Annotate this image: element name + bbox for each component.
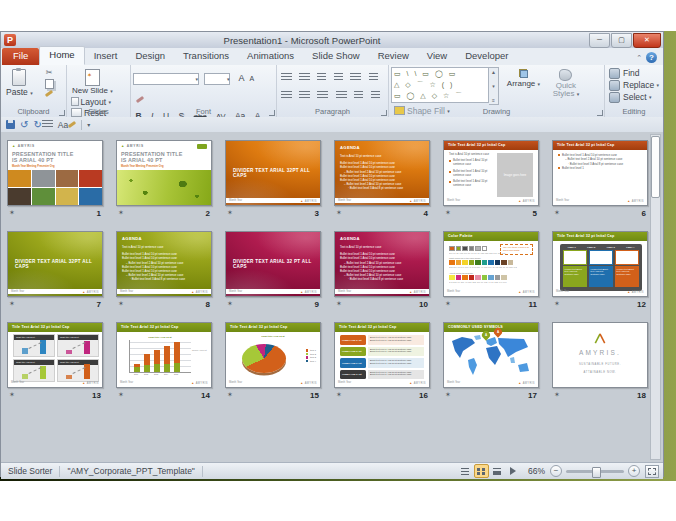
minimize-ribbon-icon[interactable]: ⌃ [636, 54, 642, 62]
maximize-button[interactable]: ▢ [611, 33, 632, 48]
close-button[interactable]: ✕ [633, 33, 661, 48]
transition-star-icon[interactable]: ✶ [554, 209, 560, 217]
tab-home[interactable]: Home [39, 46, 84, 65]
find-button[interactable]: Find [607, 67, 661, 79]
reading-view-button[interactable] [490, 464, 505, 478]
align-left-icon[interactable] [281, 91, 292, 100]
transition-star-icon[interactable]: ✶ [445, 209, 451, 217]
transition-star-icon[interactable]: ✶ [336, 209, 342, 217]
increase-indent-icon[interactable] [334, 73, 343, 82]
paragraph-dialog-launcher[interactable] [381, 110, 387, 116]
undo-button[interactable]: ↺ [20, 120, 28, 130]
paste-button[interactable]: Paste ▾ [3, 67, 36, 98]
quick-format-painter-button[interactable] [68, 121, 76, 128]
quick-styles-button[interactable]: Quick Styles ▾ [548, 67, 584, 100]
tab-animations[interactable]: Animations [238, 48, 303, 65]
shrink-font-button[interactable]: A [247, 73, 257, 85]
decrease-indent-icon[interactable] [317, 73, 326, 82]
align-center-icon[interactable] [299, 91, 310, 100]
slide-thumbnail[interactable]: Title Text Arial 32 pt Inital Cap Text i… [443, 140, 539, 206]
slide-show-from-start-button[interactable] [42, 120, 53, 129]
tab-slide-show[interactable]: Slide Show [303, 48, 369, 65]
slide-sorter-view-button[interactable] [474, 464, 489, 478]
font-size-select[interactable]: ▾ [204, 73, 230, 85]
tab-file[interactable]: File [2, 48, 39, 65]
transition-star-icon[interactable]: ✶ [445, 391, 451, 399]
slide-thumbnail[interactable]: Color Palette 210 96 26 138 166 30 77 77… [443, 231, 539, 297]
transition-star-icon[interactable]: ✶ [336, 391, 342, 399]
transition-star-icon[interactable]: ✶ [227, 391, 233, 399]
help-button[interactable]: ? [646, 52, 657, 63]
transition-star-icon[interactable]: ✶ [554, 300, 560, 308]
redo-button[interactable]: ↻ [33, 120, 41, 130]
shapes-gallery[interactable]: ▭ \ \ ▭ ◯ ▭ △ ◇ ⌒ ☆ ( ) ▭ ◯ △ ◇ ☆ ⌒ [391, 67, 489, 103]
clipboard-dialog-launcher[interactable] [59, 110, 65, 116]
font-dialog-launcher[interactable] [269, 110, 275, 116]
tab-developer[interactable]: Developer [456, 48, 517, 65]
shapes-gallery-scroll[interactable]: ▲▾≡ [489, 67, 499, 105]
slide-thumbnail[interactable]: Title Text Arial 32 pt Inital Cap Chart … [116, 322, 212, 388]
zoom-slider[interactable] [566, 470, 624, 473]
slide-thumbnail[interactable]: Title Text Arial 32 pt Inital Cap Chart … [7, 322, 103, 388]
transition-star-icon[interactable]: ✶ [118, 209, 124, 217]
transition-star-icon[interactable]: ✶ [227, 209, 233, 217]
slide-thumbnail[interactable]: ▲ AMYRIS PRESENTATION TITLEIS ARIAL 40 P… [7, 140, 103, 206]
new-slide-button[interactable]: New Slide ▾ [69, 67, 116, 96]
tab-transitions[interactable]: Transitions [174, 48, 238, 65]
clear-formatting-button[interactable] [133, 92, 146, 104]
transition-star-icon[interactable]: ✶ [554, 391, 560, 399]
smartart-icon[interactable] [371, 91, 380, 100]
arrange-button[interactable]: Arrange ▾ [503, 67, 543, 89]
select-button[interactable]: Select ▾ [607, 91, 661, 103]
transition-star-icon[interactable]: ✶ [9, 391, 15, 399]
justify-icon[interactable] [336, 91, 347, 100]
scrollbar-thumb[interactable] [651, 136, 660, 198]
zoom-level[interactable]: 66% [528, 466, 545, 476]
slide-thumbnail[interactable]: DIVIDER TEXT ARIAL 32 PT ALL CAPSMonth Y… [225, 231, 321, 297]
transition-star-icon[interactable]: ✶ [445, 300, 451, 308]
slide-thumbnail[interactable]: AGENDA Text is Arial 10 pt sentence case… [334, 231, 430, 297]
tab-design[interactable]: Design [126, 48, 174, 65]
slide-thumbnail[interactable]: DIVIDER TEXT ARIAL 32PT ALL CAPSMonth Ye… [225, 140, 321, 206]
slide-thumbnail[interactable]: Title Text Arial 32 pt Inital Cap Chart … [225, 322, 321, 388]
fit-to-window-button[interactable] [645, 465, 659, 478]
transition-star-icon[interactable]: ✶ [227, 300, 233, 308]
transition-star-icon[interactable]: ✶ [9, 209, 15, 217]
slide-thumbnail[interactable]: Title Text Arial 32 pt Inital Cap Label … [552, 231, 648, 297]
zoom-out-button[interactable]: − [550, 465, 562, 477]
powerpoint-app-icon[interactable]: P [4, 34, 16, 46]
numbering-icon[interactable] [299, 73, 310, 82]
transition-star-icon[interactable]: ✶ [118, 300, 124, 308]
font-tools-button[interactable]: Aa [58, 120, 68, 130]
text-direction-icon[interactable] [369, 73, 378, 82]
columns-icon[interactable] [354, 91, 363, 100]
drawing-dialog-launcher[interactable] [597, 110, 603, 116]
title-bar[interactable]: P Presentation1 - Microsoft PowerPoint ─… [1, 32, 663, 48]
transition-star-icon[interactable]: ✶ [9, 300, 15, 308]
transition-star-icon[interactable]: ✶ [118, 391, 124, 399]
tab-insert[interactable]: Insert [85, 48, 127, 65]
slide-thumbnail[interactable]: AMYRIS. SUSTAINABLE FUTURE. ATTAINABLE N… [552, 322, 648, 388]
line-spacing-icon[interactable] [350, 73, 361, 82]
tab-view[interactable]: View [418, 48, 456, 65]
align-right-icon[interactable] [317, 91, 328, 100]
grow-font-button[interactable]: A [236, 72, 247, 84]
save-button[interactable] [6, 120, 15, 129]
minimize-button[interactable]: ─ [589, 33, 610, 48]
normal-view-button[interactable] [458, 464, 473, 478]
transition-star-icon[interactable]: ✶ [336, 300, 342, 308]
font-family-select[interactable]: ▾ [133, 73, 199, 85]
slide-thumbnail[interactable]: AGENDA Text is Arial 10 pt sentence case… [116, 231, 212, 297]
replace-button[interactable]: Replace ▾ [607, 79, 661, 91]
format-painter-button[interactable] [42, 89, 56, 100]
qat-customize-dropdown[interactable]: ▾ [87, 121, 90, 128]
slide-thumbnail[interactable]: DIVIDER TEXT ARIAL 32PT ALL CAPSMonth Ye… [7, 231, 103, 297]
zoom-slider-thumb[interactable] [592, 467, 601, 478]
slide-thumbnail[interactable]: ▲ AMYRIS PRESENTATION TITLEIS ARIAL 40 P… [116, 140, 212, 206]
zoom-in-button[interactable]: + [628, 465, 640, 477]
slide-thumbnail[interactable]: COMMONLY USED SYMBOLS A A Month Year▲AMY… [443, 322, 539, 388]
slide-thumbnail[interactable]: AGENDA Text is Arial 10 pt sentence case… [334, 140, 430, 206]
slide-sorter-area[interactable]: ▲ AMYRIS PRESENTATION TITLEIS ARIAL 40 P… [1, 132, 663, 462]
bullets-icon[interactable] [281, 73, 292, 82]
slide-thumbnail[interactable]: Title Text Arial 32 pt Inital Cap Bullet… [552, 140, 648, 206]
